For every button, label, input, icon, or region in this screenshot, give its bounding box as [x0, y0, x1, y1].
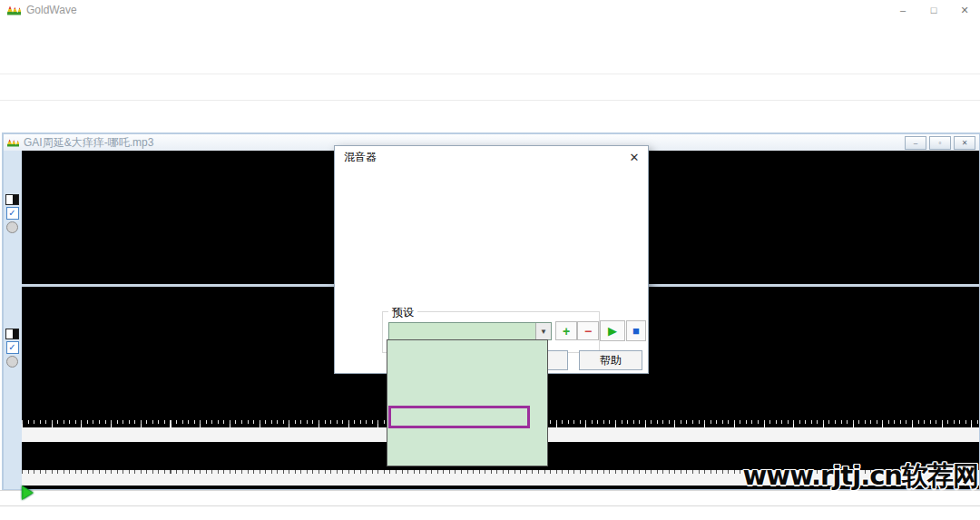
left-channel-radio[interactable] — [6, 221, 18, 233]
menu-bar — [0, 20, 980, 37]
preset-dropdown-button[interactable]: ▼ — [535, 323, 551, 339]
document-title: GAI周延&大痒痒-哪吒.mp3 — [24, 135, 153, 151]
maximize-button[interactable]: □ — [918, 0, 949, 20]
goldwave-app: GoldWave – □ ✕ GAI周延&大痒痒-哪吒.mp3 – ▫ ✕ ✓ — [0, 0, 980, 520]
goldwave-logo-icon — [7, 5, 21, 15]
app-title: GoldWave — [26, 4, 77, 16]
mixer-dialog-title: 混音器 — [344, 150, 377, 165]
right-channel-checkbox[interactable]: ✓ — [6, 341, 19, 354]
title-bar: GoldWave – □ ✕ — [0, 0, 980, 20]
overview-marker-triangle[interactable] — [23, 487, 32, 499]
left-channel-controls: ✓ — [5, 194, 19, 233]
preview-stop-button[interactable]: ■ — [626, 320, 646, 341]
watermark: www.rjtj.cn软荐网 — [743, 458, 978, 495]
status-bar-bottom — [0, 505, 980, 520]
left-channel-view-icon[interactable] — [5, 194, 19, 205]
preset-dropdown-list — [387, 339, 548, 466]
minimize-button[interactable]: – — [887, 0, 918, 20]
doc-close-button[interactable]: ✕ — [954, 136, 975, 150]
preset-remove-button[interactable]: − — [577, 321, 599, 340]
preset-add-button[interactable]: + — [555, 321, 577, 340]
help-button[interactable]: 帮助 — [579, 350, 642, 370]
left-channel-checkbox[interactable]: ✓ — [6, 207, 19, 220]
close-button[interactable]: ✕ — [949, 0, 980, 20]
main-toolbar — [0, 37, 980, 74]
right-channel-controls: ✓ — [5, 329, 19, 368]
mixer-close-button[interactable]: ✕ — [621, 146, 648, 168]
goldwave-logo-icon — [7, 139, 19, 147]
preset-combobox[interactable]: ▼ — [388, 322, 552, 340]
preset-group-label: 预设 — [388, 305, 417, 320]
mixer-dialog-titlebar[interactable]: 混音器 ✕ — [335, 146, 648, 168]
channel-control-strip: ✓ ✓ — [4, 151, 22, 489]
annotation-highlight-box — [388, 406, 530, 428]
right-channel-view-icon[interactable] — [5, 329, 19, 339]
right-channel-radio[interactable] — [6, 356, 18, 368]
preview-play-button[interactable]: ▶ — [600, 320, 625, 341]
doc-minimize-button[interactable]: – — [905, 136, 926, 150]
transport-toolbar — [0, 102, 980, 130]
doc-restore-button[interactable]: ▫ — [929, 136, 951, 150]
effects-toolbar — [0, 75, 980, 101]
preset-combobox-value — [389, 323, 535, 339]
